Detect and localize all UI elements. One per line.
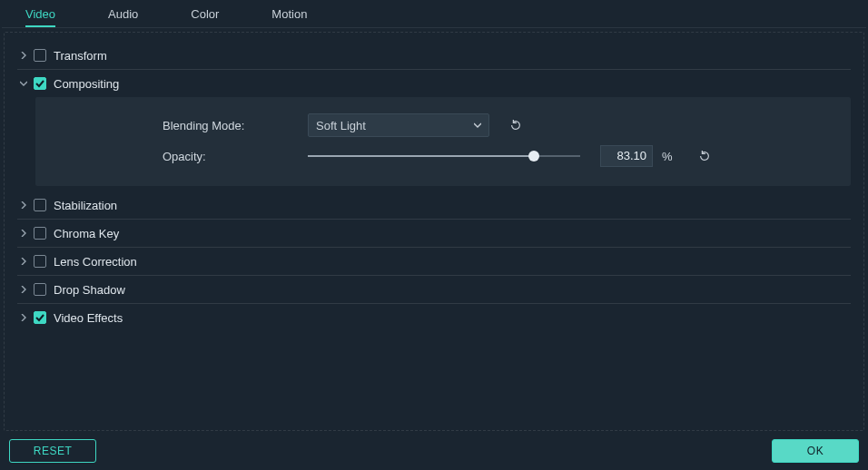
section-compositing: Compositing Blending Mode: Soft Light Op…	[17, 70, 851, 186]
section-head-stabilization[interactable]: Stabilization	[17, 191, 851, 219]
section-head-video-effects[interactable]: Video Effects	[17, 304, 851, 331]
tab-video[interactable]: Video	[25, 1, 55, 27]
tab-audio[interactable]: Audio	[108, 1, 138, 27]
compositing-body: Blending Mode: Soft Light Opacity:	[35, 97, 851, 186]
label-opacity: Opacity:	[163, 150, 308, 163]
section-label-chroma-key: Chroma Key	[54, 227, 119, 240]
section-label-transform: Transform	[54, 49, 107, 63]
chevron-right-icon	[17, 286, 30, 293]
section-label-lens-correction: Lens Correction	[54, 255, 137, 269]
chevron-right-icon	[17, 314, 30, 321]
chevron-right-icon	[17, 230, 30, 237]
ok-button[interactable]: OK	[772, 439, 859, 463]
slider-fill	[308, 155, 534, 157]
select-blending-mode[interactable]: Soft Light	[308, 113, 489, 137]
slider-opacity[interactable]	[308, 155, 580, 157]
checkbox-lens-correction[interactable]	[34, 255, 46, 268]
slider-track	[308, 155, 580, 157]
slider-thumb[interactable]	[528, 151, 539, 162]
video-panel: Transform Compositing Blending Mode: Sof…	[4, 32, 864, 431]
tabs-bar: Video Audio Color Motion	[0, 0, 868, 27]
checkbox-drop-shadow[interactable]	[34, 283, 46, 296]
checkbox-transform[interactable]	[34, 49, 46, 62]
section-head-drop-shadow[interactable]: Drop Shadow	[17, 276, 851, 303]
section-label-drop-shadow: Drop Shadow	[54, 283, 125, 297]
checkbox-compositing[interactable]	[34, 77, 46, 90]
checkbox-stabilization[interactable]	[34, 199, 46, 211]
section-stabilization: Stabilization	[17, 191, 851, 220]
tabs-underline	[2, 27, 866, 28]
chevron-right-icon	[17, 201, 30, 209]
input-opacity-value[interactable]: 83.10	[600, 145, 653, 167]
section-head-lens-correction[interactable]: Lens Correction	[17, 248, 851, 275]
section-lens-correction: Lens Correction	[17, 248, 851, 276]
section-head-compositing[interactable]: Compositing	[17, 70, 851, 97]
chevron-right-icon	[17, 52, 30, 59]
checkbox-chroma-key[interactable]	[34, 227, 46, 240]
row-opacity: Opacity: 83.10 %	[163, 142, 833, 170]
section-label-video-effects: Video Effects	[54, 311, 123, 325]
chevron-down-icon	[474, 121, 481, 131]
label-blending-mode: Blending Mode:	[163, 119, 308, 132]
section-drop-shadow: Drop Shadow	[17, 276, 851, 304]
reset-blending-icon[interactable]	[504, 119, 528, 132]
tab-color[interactable]: Color	[191, 1, 219, 27]
section-video-effects: Video Effects	[17, 304, 851, 331]
row-blending-mode: Blending Mode: Soft Light	[163, 112, 833, 139]
chevron-down-icon	[17, 80, 30, 87]
section-label-compositing: Compositing	[54, 77, 119, 91]
reset-opacity-icon[interactable]	[693, 150, 716, 162]
section-chroma-key: Chroma Key	[17, 220, 851, 248]
tab-motion[interactable]: Motion	[271, 1, 307, 27]
chevron-right-icon	[17, 258, 30, 265]
label-opacity-unit: %	[662, 150, 673, 163]
section-head-transform[interactable]: Transform	[17, 42, 851, 69]
reset-button[interactable]: RESET	[9, 439, 96, 463]
section-label-stabilization: Stabilization	[54, 199, 117, 212]
select-blending-mode-value: Soft Light	[316, 119, 366, 132]
section-head-chroma-key[interactable]: Chroma Key	[17, 220, 851, 247]
checkbox-video-effects[interactable]	[34, 311, 46, 324]
section-transform: Transform	[17, 42, 851, 70]
footer: RESET OK	[0, 432, 868, 470]
